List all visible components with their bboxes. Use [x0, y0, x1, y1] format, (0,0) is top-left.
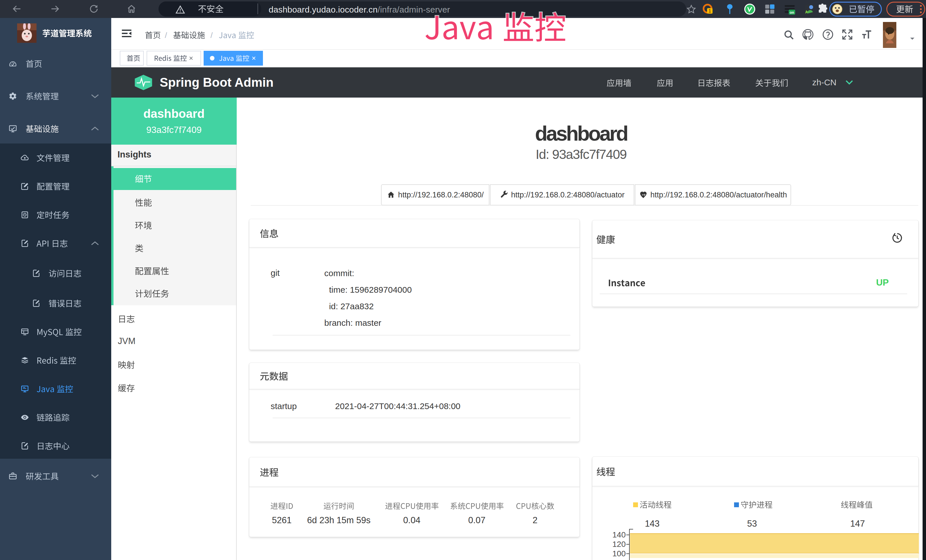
- svg-text:1: 1: [708, 9, 711, 14]
- svg-text:on: on: [790, 10, 794, 15]
